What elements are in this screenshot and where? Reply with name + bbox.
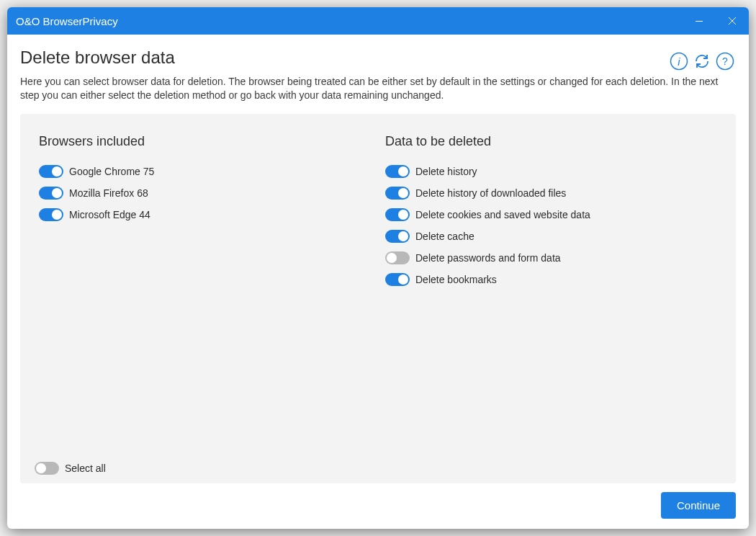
toggle-knob [398, 166, 408, 177]
select-all-toggle[interactable] [35, 462, 59, 475]
header-actions: i ? [668, 50, 736, 72]
toggle-knob [398, 210, 408, 220]
browsers-list: Google Chrome 75Mozilla Firefox 68Micros… [39, 165, 371, 221]
select-all-label: Select all [65, 463, 106, 474]
options-panel: Browsers included Google Chrome 75Mozill… [20, 114, 736, 483]
delete-option-toggle-2[interactable] [385, 208, 410, 221]
panel-columns: Browsers included Google Chrome 75Mozill… [39, 134, 717, 295]
browsers-column: Browsers included Google Chrome 75Mozill… [39, 134, 371, 295]
page-title: Delete browser data [20, 48, 175, 68]
refresh-button[interactable] [691, 50, 713, 72]
titlebar: O&O BrowserPrivacy [7, 7, 749, 35]
app-title: O&O BrowserPrivacy [16, 15, 118, 27]
delete-options-title: Data to be deleted [385, 134, 717, 149]
delete-option-toggle-1[interactable] [385, 187, 410, 200]
toggle-row: Delete cache [385, 230, 717, 243]
select-all-row: Select all [35, 462, 106, 475]
svg-text:?: ? [722, 55, 728, 67]
toggle-knob [398, 188, 408, 198]
delete-option-label: Delete cookies and saved website data [415, 209, 590, 220]
toggle-knob [398, 274, 408, 285]
delete-option-label: Delete bookmarks [415, 274, 497, 285]
browser-label: Google Chrome 75 [69, 166, 154, 177]
toggle-row: Microsoft Edge 44 [39, 208, 371, 221]
delete-option-label: Delete history of downloaded files [415, 187, 566, 199]
browser-toggle-2[interactable] [39, 208, 63, 221]
help-icon: ? [716, 52, 734, 71]
delete-option-label: Delete passwords and form data [415, 252, 561, 264]
close-icon [729, 17, 736, 24]
info-button[interactable]: i [668, 50, 690, 72]
toggle-knob [387, 253, 397, 263]
help-button[interactable]: ? [714, 50, 736, 72]
toggle-row: Delete cookies and saved website data [385, 208, 717, 221]
browser-toggle-1[interactable] [39, 187, 63, 200]
content-area: Delete browser data i ? Here you can sel… [7, 35, 749, 529]
window-controls [683, 7, 749, 35]
browser-label: Microsoft Edge 44 [69, 209, 150, 220]
toggle-row: Google Chrome 75 [39, 165, 371, 178]
info-icon: i [670, 52, 688, 71]
header-row: Delete browser data i ? [20, 48, 736, 75]
svg-rect-0 [696, 21, 703, 22]
svg-text:i: i [678, 55, 680, 68]
toggle-row: Delete history [385, 165, 717, 178]
close-button[interactable] [716, 7, 749, 35]
delete-option-toggle-0[interactable] [385, 165, 410, 178]
delete-option-toggle-4[interactable] [385, 251, 410, 264]
toggle-row: Delete bookmarks [385, 273, 717, 286]
browser-toggle-0[interactable] [39, 165, 63, 178]
refresh-icon [693, 52, 711, 71]
toggle-knob [398, 231, 408, 241]
delete-options-column: Data to be deleted Delete historyDelete … [385, 134, 717, 295]
footer: Continue [20, 492, 736, 519]
toggle-row: Delete history of downloaded files [385, 187, 717, 200]
delete-option-label: Delete cache [415, 231, 474, 242]
delete-option-toggle-5[interactable] [385, 273, 410, 286]
browsers-title: Browsers included [39, 134, 371, 149]
toggle-knob [52, 210, 62, 220]
minimize-button[interactable] [683, 7, 716, 35]
delete-option-label: Delete history [415, 166, 477, 177]
toggle-row: Mozilla Firefox 68 [39, 187, 371, 200]
page-description: Here you can select browser data for del… [20, 75, 736, 102]
delete-option-toggle-3[interactable] [385, 230, 410, 243]
toggle-knob [36, 463, 46, 473]
toggle-knob [52, 188, 62, 198]
app-window: O&O BrowserPrivacy Delete browser data i… [7, 7, 749, 529]
toggle-knob [52, 166, 62, 177]
minimize-icon [696, 21, 703, 22]
continue-button[interactable]: Continue [661, 492, 736, 519]
browser-label: Mozilla Firefox 68 [69, 187, 148, 199]
toggle-row: Delete passwords and form data [385, 251, 717, 264]
delete-options-list: Delete historyDelete history of download… [385, 165, 717, 286]
